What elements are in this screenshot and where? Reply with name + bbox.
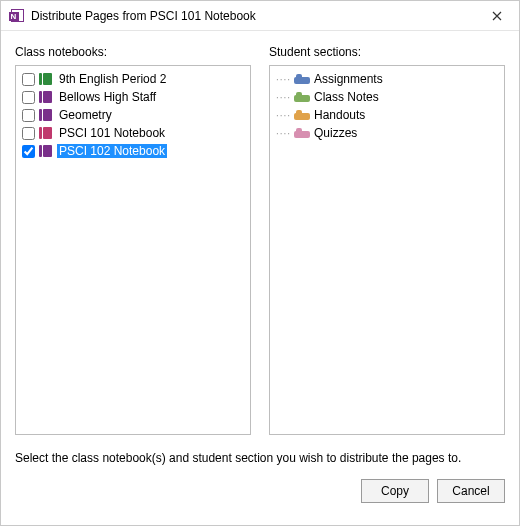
window-title: Distribute Pages from PSCI 101 Notebook: [31, 9, 475, 23]
onenote-icon: N: [9, 8, 25, 24]
class-notebook-label: PSCI 102 Notebook: [57, 144, 167, 158]
notebook-icon: [39, 127, 53, 139]
class-notebook-checkbox[interactable]: [22, 109, 35, 122]
class-notebooks-label: Class notebooks:: [15, 45, 251, 59]
student-section-label: Handouts: [314, 108, 365, 122]
close-icon: [492, 11, 502, 21]
titlebar: N Distribute Pages from PSCI 101 Noteboo…: [1, 1, 519, 31]
student-section-row[interactable]: ····Assignments: [272, 70, 502, 88]
student-sections-panel[interactable]: ····Assignments····Class Notes····Handou…: [269, 65, 505, 435]
class-notebook-label: PSCI 101 Notebook: [57, 126, 167, 140]
class-notebook-checkbox[interactable]: [22, 73, 35, 86]
notebook-icon: [39, 145, 53, 157]
cancel-button[interactable]: Cancel: [437, 479, 505, 503]
class-notebook-label: Bellows High Staff: [57, 90, 158, 104]
notebook-icon: [39, 109, 53, 121]
student-section-row[interactable]: ····Handouts: [272, 106, 502, 124]
class-notebook-row[interactable]: 9th English Period 2: [18, 70, 248, 88]
tree-connector-icon: ····: [276, 128, 290, 139]
notebook-icon: [39, 73, 53, 85]
tree-connector-icon: ····: [276, 74, 290, 85]
class-notebook-row[interactable]: Bellows High Staff: [18, 88, 248, 106]
section-tab-icon: [294, 74, 310, 84]
student-sections-label: Student sections:: [269, 45, 505, 59]
class-notebook-label: 9th English Period 2: [57, 72, 168, 86]
class-notebooks-panel[interactable]: 9th English Period 2Bellows High StaffGe…: [15, 65, 251, 435]
helper-text: Select the class notebook(s) and student…: [15, 451, 505, 465]
close-button[interactable]: [475, 1, 519, 31]
class-notebook-row[interactable]: PSCI 101 Notebook: [18, 124, 248, 142]
student-sections-column: Student sections: ····Assignments····Cla…: [269, 45, 505, 435]
class-notebook-row[interactable]: PSCI 102 Notebook: [18, 142, 248, 160]
section-tab-icon: [294, 110, 310, 120]
class-notebook-row[interactable]: Geometry: [18, 106, 248, 124]
dialog-footer: Copy Cancel: [1, 465, 519, 517]
copy-button[interactable]: Copy: [361, 479, 429, 503]
tree-connector-icon: ····: [276, 92, 290, 103]
class-notebook-checkbox[interactable]: [22, 127, 35, 140]
student-section-label: Class Notes: [314, 90, 379, 104]
section-tab-icon: [294, 92, 310, 102]
student-section-label: Quizzes: [314, 126, 357, 140]
notebook-icon: [39, 91, 53, 103]
class-notebook-checkbox[interactable]: [22, 145, 35, 158]
class-notebook-label: Geometry: [57, 108, 114, 122]
student-section-row[interactable]: ····Quizzes: [272, 124, 502, 142]
student-section-row[interactable]: ····Class Notes: [272, 88, 502, 106]
tree-connector-icon: ····: [276, 110, 290, 121]
class-notebook-checkbox[interactable]: [22, 91, 35, 104]
class-notebooks-column: Class notebooks: 9th English Period 2Bel…: [15, 45, 251, 435]
student-section-label: Assignments: [314, 72, 383, 86]
dialog-body: Class notebooks: 9th English Period 2Bel…: [1, 31, 519, 465]
section-tab-icon: [294, 128, 310, 138]
